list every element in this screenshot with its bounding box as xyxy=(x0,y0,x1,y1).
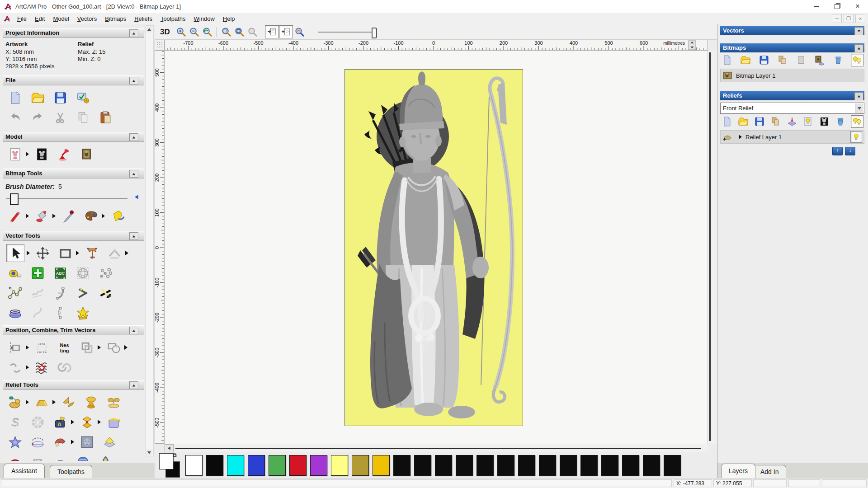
collapse-model-button[interactable] xyxy=(129,133,138,141)
select-vectors-button[interactable] xyxy=(6,244,24,262)
shape-editor-button[interactable] xyxy=(78,413,95,431)
zoom-in-button[interactable] xyxy=(175,26,188,38)
greyscale-bitmap-button[interactable] xyxy=(818,116,830,127)
expand-relief-layer-caret[interactable] xyxy=(739,135,742,139)
zoom-fit-button[interactable] xyxy=(233,26,246,38)
horizontal-scrollbar[interactable] xyxy=(165,444,708,452)
weld-vectors-flyout-arrow-icon[interactable] xyxy=(124,345,127,350)
weld-vectors-button[interactable] xyxy=(105,339,122,356)
open-model-button[interactable] xyxy=(29,89,46,106)
smooth-relief-button[interactable] xyxy=(29,433,46,450)
collapse-reliefs-button[interactable] xyxy=(854,92,863,100)
cut-button[interactable] xyxy=(52,109,69,126)
palette-swatch-8[interactable] xyxy=(352,455,369,476)
paint-brush-button[interactable] xyxy=(6,207,24,225)
palette-swatch-18[interactable] xyxy=(560,455,577,476)
palette-swatch-9[interactable] xyxy=(373,455,390,476)
collapse-bitmaps-button[interactable] xyxy=(854,44,863,52)
clear-bitmap-button[interactable] xyxy=(795,54,807,66)
interactive-sculpting-button[interactable] xyxy=(6,394,24,411)
create-ingot-flyout-arrow-icon[interactable] xyxy=(52,400,56,404)
select-vectors-flyout-arrow-icon[interactable] xyxy=(27,251,30,255)
flood-fill-flyout-arrow-icon[interactable] xyxy=(52,214,56,218)
face-wizard-button[interactable] xyxy=(78,433,95,450)
spin-shape-button[interactable] xyxy=(105,394,122,411)
nesting-button[interactable]: Nesting xyxy=(56,339,73,356)
relief-layer-visibility-button[interactable] xyxy=(850,131,862,143)
new-relief-button[interactable] xyxy=(721,116,733,127)
relief-layer-row[interactable]: Relief Layer 1 xyxy=(720,130,864,144)
toggle-visibility-button[interactable] xyxy=(851,115,863,128)
redo-button[interactable] xyxy=(29,109,46,126)
zero-plane-button[interactable] xyxy=(29,453,46,461)
flood-fill-button[interactable] xyxy=(33,207,50,225)
weave-wizard-button[interactable] xyxy=(29,413,46,431)
block-align-button[interactable] xyxy=(6,339,24,356)
collapse-file-button[interactable] xyxy=(129,77,138,84)
node-editing-button[interactable] xyxy=(52,304,69,321)
adjust-model-button[interactable] xyxy=(33,145,50,163)
emboss-wizard-flyout-arrow-icon[interactable] xyxy=(71,420,74,424)
collapse-project-info-button[interactable] xyxy=(129,29,138,37)
create-cross-button[interactable] xyxy=(29,264,46,282)
brush-diameter-slider[interactable] xyxy=(6,193,138,204)
palette-swatch-21[interactable] xyxy=(622,455,639,476)
offset-relief-button[interactable] xyxy=(101,433,118,450)
paint-brush-flyout-arrow-icon[interactable] xyxy=(26,214,29,218)
copy-button[interactable] xyxy=(74,109,91,126)
create-polyline-button[interactable] xyxy=(6,284,24,301)
scroll-down-button[interactable] xyxy=(146,449,152,456)
block-align-flyout-arrow-icon[interactable] xyxy=(26,345,29,350)
model-preferences-button[interactable] xyxy=(74,89,91,106)
menu-file[interactable]: File xyxy=(13,14,31,24)
create-text-button[interactable] xyxy=(83,244,100,262)
red-tool-button[interactable] xyxy=(6,453,24,461)
vector-text-block-button[interactable]: ABC xyxy=(52,264,69,282)
two-rail-sweep-button[interactable] xyxy=(60,394,77,411)
palette-swatch-22[interactable] xyxy=(643,455,660,476)
palette-swatch-16[interactable] xyxy=(518,455,535,476)
new-bitmap-button[interactable] xyxy=(721,54,733,66)
create-ingot-button[interactable] xyxy=(33,394,50,411)
vectors-panel-header[interactable]: Vectors xyxy=(720,26,864,35)
menu-reliefs[interactable]: Reliefs xyxy=(130,14,156,24)
swept-profile-button[interactable]: S xyxy=(6,413,24,431)
mdi-close-button[interactable]: × xyxy=(855,14,865,23)
palette-swatch-20[interactable] xyxy=(601,455,618,476)
2d-canvas-viewport[interactable] xyxy=(165,51,708,444)
spline-edit-button[interactable] xyxy=(29,304,46,321)
fit-polyline-button[interactable] xyxy=(74,284,91,301)
primary-colour-swatch[interactable] xyxy=(159,453,174,469)
menu-model[interactable]: Model xyxy=(49,14,73,24)
star-shape-button[interactable] xyxy=(6,433,24,450)
set-lighting-button[interactable] xyxy=(56,145,73,163)
move-layer-up-button[interactable]: ↑ xyxy=(832,147,843,155)
group-vectors-flyout-arrow-icon[interactable] xyxy=(98,345,101,350)
measure-tool-button[interactable] xyxy=(106,244,123,262)
colour-palette-flyout-arrow-icon[interactable] xyxy=(102,214,105,218)
load-bitmap-button[interactable] xyxy=(78,145,95,163)
palette-swatch-13[interactable] xyxy=(456,455,473,476)
emboss-wizard-button[interactable]: b xyxy=(52,413,69,431)
delete-bitmap-button[interactable] xyxy=(832,54,844,66)
menu-toolpaths[interactable]: Toolpaths xyxy=(156,14,190,24)
fluting-button[interactable] xyxy=(33,359,50,376)
contrast-slider-handle[interactable] xyxy=(372,28,377,38)
open-relief-button[interactable] xyxy=(737,116,749,127)
open-bitmap-button[interactable] xyxy=(740,54,751,66)
switch-to-3d-button[interactable]: 3D xyxy=(160,28,170,37)
horizontal-scrollbar-thumb[interactable] xyxy=(175,448,701,449)
delete-relief-button[interactable] xyxy=(835,116,846,127)
bitmap-layer-button[interactable] xyxy=(814,54,826,66)
create-rectangle-button[interactable] xyxy=(57,244,74,262)
scroll-left-button[interactable] xyxy=(165,444,174,452)
save-model-button[interactable] xyxy=(52,89,69,106)
zoom-object-button[interactable] xyxy=(246,26,259,38)
group-vectors-button[interactable] xyxy=(78,339,95,356)
palette-swatch-15[interactable] xyxy=(497,455,514,476)
dropdown-arrow-button[interactable] xyxy=(855,103,863,113)
palette-swatch-4[interactable] xyxy=(269,455,286,476)
join-vectors-flyout-arrow-icon[interactable] xyxy=(26,365,29,370)
fit-arcs-button[interactable] xyxy=(52,284,69,301)
save-relief-button[interactable] xyxy=(754,116,765,127)
